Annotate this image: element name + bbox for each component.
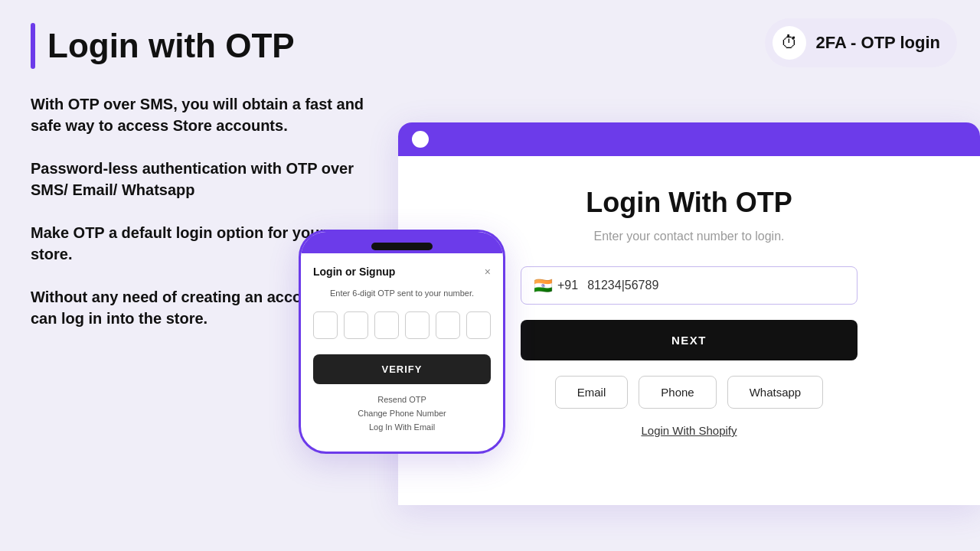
app-badge-label: 2FA - OTP login [815,33,940,53]
title-accent-bar [31,23,35,69]
country-code: 🇮🇳 +91 [534,276,578,295]
otp-box-3[interactable] [374,311,399,339]
app-badge: ⏱ 2FA - OTP login [765,18,957,67]
app-badge-icon: ⏱ [773,26,806,60]
login-options: Email Phone Whatsapp [555,376,823,409]
page-title: Login with OTP [47,28,295,64]
phone-number-value: 81234|56789 [587,279,844,292]
verify-button[interactable]: VERIFY [313,354,491,384]
modal-title: Login or Signup [313,266,395,278]
notch-bar [371,243,433,250]
resend-otp-link[interactable]: Resend OTP [313,395,491,404]
next-button[interactable]: NEXT [521,320,858,360]
whatsapp-option-button[interactable]: Whatsapp [727,376,824,409]
browser-login-subtitle: Enter your contact number to login. [593,230,784,243]
browser-camera-icon [412,131,429,148]
otp-box-2[interactable] [344,311,368,339]
modal-close-button[interactable]: × [485,266,491,278]
browser-login-title: Login With OTP [586,187,792,219]
otp-box-5[interactable] [436,311,460,339]
phone-input-field[interactable]: 🇮🇳 +91 81234|56789 [521,266,858,305]
flag-icon: 🇮🇳 [534,276,553,295]
otp-input-group[interactable] [313,311,491,339]
dial-code: +91 [557,279,578,292]
feature-text-1: With OTP over SMS, you will obtain a fas… [31,93,368,136]
page-title-wrapper: Login with OTP [31,23,368,69]
change-phone-link[interactable]: Change Phone Number [313,409,491,418]
modal-header: Login or Signup × [313,266,491,278]
phone-mockup: Login or Signup × Enter 6-digit OTP sent… [299,230,505,454]
phone-option-button[interactable]: Phone [639,376,716,409]
browser-bar [398,122,980,156]
shopify-login-link[interactable]: Login With Shopify [641,424,737,437]
otp-box-1[interactable] [313,311,338,339]
log-in-email-link[interactable]: Log In With Email [313,422,491,432]
otp-box-6[interactable] [466,311,491,339]
modal-subtitle: Enter 6-digit OTP sent to your number. [313,289,491,298]
email-option-button[interactable]: Email [555,376,629,409]
otp-box-4[interactable] [405,311,430,339]
phone-notch [301,232,503,253]
phone-links: Resend OTP Change Phone Number Log In Wi… [313,395,491,432]
phone-content: Login or Signup × Enter 6-digit OTP sent… [301,253,503,452]
feature-text-2: Password-less authentication with OTP ov… [31,158,368,201]
